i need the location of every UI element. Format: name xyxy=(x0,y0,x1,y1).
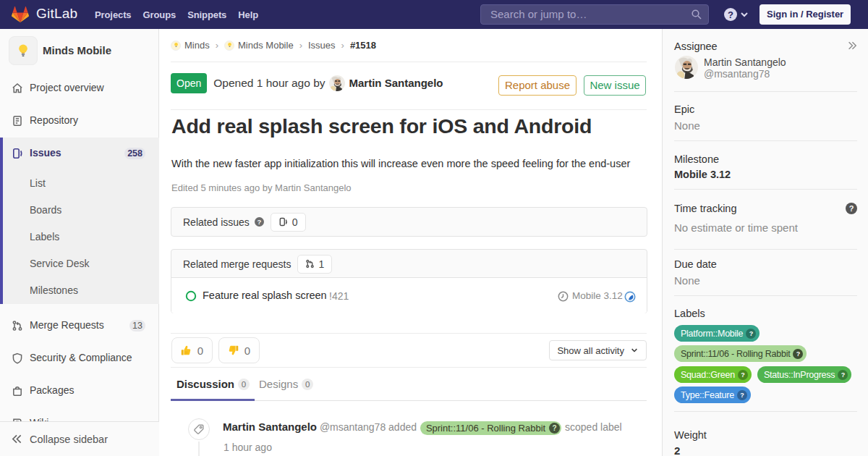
svg-text:?: ? xyxy=(728,9,733,20)
